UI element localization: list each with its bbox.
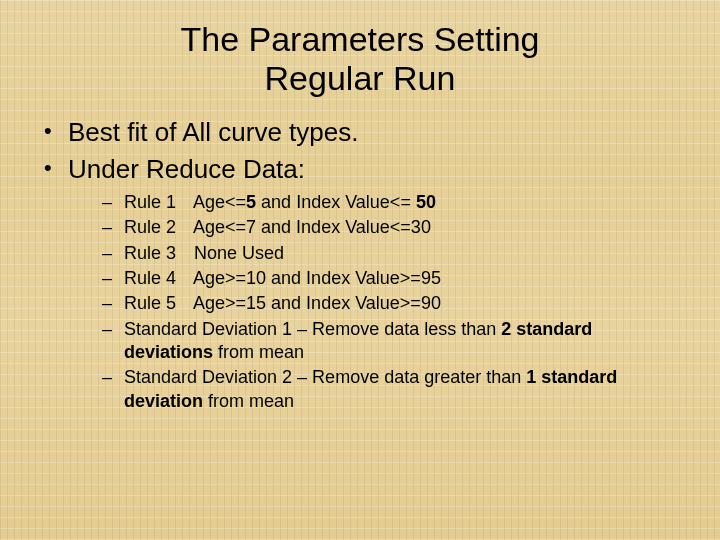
rule-text: Standard Deviation 1 – Remove data less … [124,319,592,362]
bullet-text: Best fit of All curve types. [68,117,358,147]
sub-bullet-item: Standard Deviation 2 – Remove data great… [102,366,684,413]
sub-bullet-item: Standard Deviation 1 – Remove data less … [102,318,684,365]
rule-text: None Used [194,243,284,263]
rule-label: Rule 1 [124,191,184,214]
title-line-2: Regular Run [265,59,456,97]
slide-title: The Parameters Setting Regular Run [36,20,684,98]
title-line-1: The Parameters Setting [180,20,539,58]
rule-text: Standard Deviation 2 – Remove data great… [124,367,617,410]
sub-bullet-item: Rule 1 Age<=5 and Index Value<= 50 [102,191,684,214]
bullet-list: Best fit of All curve types. Under Reduc… [36,116,684,413]
sub-bullet-item: Rule 2 Age<=7 and Index Value<=30 [102,216,684,239]
rule-text: Age<=5 and Index Value<= 50 [193,192,436,212]
rule-label: Rule 4 [124,267,184,290]
sub-bullet-item: Rule 5 Age>=15 and Index Value>=90 [102,292,684,315]
rule-label: Rule 2 [124,216,184,239]
bullet-item: Under Reduce Data: Rule 1 Age<=5 and Ind… [42,153,684,413]
rule-label: Rule 5 [124,292,184,315]
bullet-text: Under Reduce Data: [68,154,305,184]
rule-text: Age>=10 and Index Value>=95 [193,268,441,288]
bullet-item: Best fit of All curve types. [42,116,684,149]
sub-bullet-list: Rule 1 Age<=5 and Index Value<= 50 Rule … [68,191,684,414]
sub-bullet-item: Rule 4 Age>=10 and Index Value>=95 [102,267,684,290]
sub-bullet-item: Rule 3 None Used [102,242,684,265]
rule-label: Rule 3 [124,242,184,265]
rule-text: Age<=7 and Index Value<=30 [193,217,431,237]
slide: The Parameters Setting Regular Run Best … [0,0,720,540]
rule-text: Age>=15 and Index Value>=90 [193,293,441,313]
